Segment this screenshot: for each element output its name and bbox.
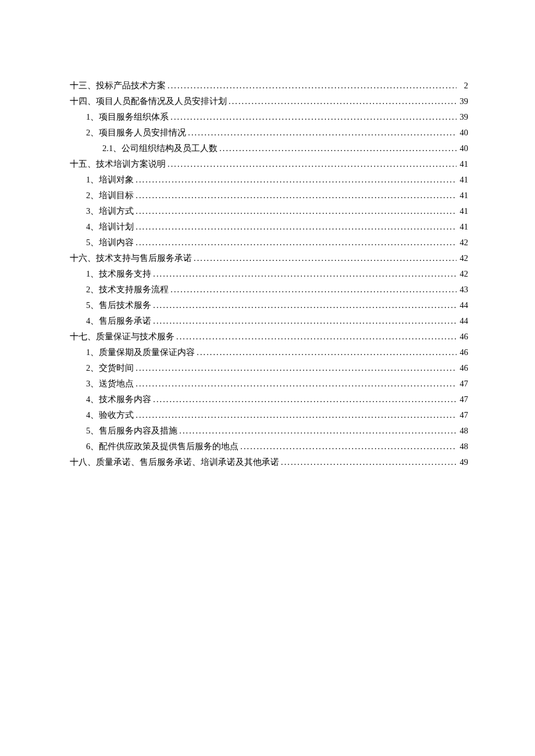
toc-entry[interactable]: 5、培训内容42 [70, 238, 468, 247]
toc-entry-page: 44 [456, 301, 468, 310]
toc-entry-title: 十五、技术培训方案说明 [70, 160, 166, 169]
toc-entry-page: 46 [456, 348, 468, 357]
toc-entry-title: 十三、投标产品技术方案 [70, 81, 166, 90]
toc-entry[interactable]: 6、配件供应政策及提供售后服务的地点48 [70, 442, 468, 451]
toc-dot-leader [134, 175, 456, 184]
toc-entry-page: 41 [456, 223, 468, 231]
toc-entry-page: 46 [456, 332, 468, 341]
toc-entry[interactable]: 十七、质量保证与技术服务46 [70, 332, 468, 341]
toc-entry[interactable]: 3、送货地点47 [70, 379, 468, 388]
toc-entry-title: 十八、质量承诺、售后服务承诺、培训承诺及其他承诺 [70, 458, 279, 467]
toc-entry[interactable]: 4、培训计划41 [70, 223, 468, 231]
toc-entry-page: 48 [456, 442, 468, 451]
toc-dot-leader [134, 238, 456, 247]
toc-entry-title: 2、项目服务人员安排情况 [86, 128, 186, 137]
toc-dot-leader [151, 301, 456, 310]
toc-entry[interactable]: 十五、技术培训方案说明41 [70, 160, 468, 169]
table-of-contents: 十三、投标产品技术方案2十四、项目人员配备情况及人员安排计划391、项目服务组织… [70, 81, 468, 467]
toc-entry-title: 2、技术支持服务流程 [86, 285, 169, 294]
toc-entry[interactable]: 1、质量保期及质量保证内容46 [70, 348, 468, 357]
toc-entry-page: 41 [456, 207, 468, 216]
toc-entry-page: 42 [456, 254, 468, 263]
toc-entry-title: 4、售后服务承诺 [86, 317, 151, 325]
toc-entry-page: 47 [456, 395, 468, 404]
toc-dot-leader [151, 395, 456, 404]
toc-dot-leader [134, 379, 456, 388]
toc-entry-title: 十六、技术支持与售后服务承诺 [70, 254, 192, 263]
toc-entry-title: 3、培训方式 [86, 207, 134, 216]
toc-dot-leader [151, 317, 456, 325]
toc-entry-title: 1、质量保期及质量保证内容 [86, 348, 195, 357]
toc-entry[interactable]: 2、交货时间46 [70, 364, 468, 372]
toc-entry[interactable]: 2、培训目标41 [70, 191, 468, 200]
toc-entry-page: 40 [456, 144, 468, 153]
toc-entry-page: 43 [456, 285, 468, 294]
toc-entry-title: 2、培训目标 [86, 191, 134, 200]
toc-dot-leader [169, 113, 456, 121]
toc-dot-leader [186, 128, 456, 137]
toc-entry-page: 49 [456, 458, 468, 467]
toc-dot-leader [134, 364, 456, 372]
toc-entry-page: 42 [456, 238, 468, 247]
toc-dot-leader [166, 81, 456, 90]
toc-dot-leader [134, 207, 456, 216]
toc-entry[interactable]: 十六、技术支持与售后服务承诺42 [70, 254, 468, 263]
toc-dot-leader [177, 427, 456, 435]
toc-entry-title: 4、技术服务内容 [86, 395, 151, 404]
toc-dot-leader [227, 97, 456, 106]
toc-entry[interactable]: 5、售后服务内容及措施48 [70, 427, 468, 435]
toc-entry-page: 39 [456, 113, 468, 121]
toc-entry[interactable]: 十四、项目人员配备情况及人员安排计划39 [70, 97, 468, 106]
toc-entry-title: 2、交货时间 [86, 364, 134, 372]
toc-entry-page: 41 [456, 175, 468, 184]
toc-entry[interactable]: 1、项目服务组织体系39 [70, 113, 468, 121]
toc-entry[interactable]: 4、技术服务内容47 [70, 395, 468, 404]
toc-dot-leader [169, 285, 456, 294]
toc-entry-page: 41 [456, 160, 468, 169]
toc-entry-page: 47 [456, 379, 468, 388]
toc-entry-title: 1、培训对象 [86, 175, 134, 184]
toc-entry-title: 1、项目服务组织体系 [86, 113, 169, 121]
toc-entry-page: 39 [456, 97, 468, 106]
toc-dot-leader [174, 332, 456, 341]
toc-entry-title: 十七、质量保证与技术服务 [70, 332, 174, 341]
toc-entry-title: 5、售后技术服务 [86, 301, 151, 310]
toc-entry[interactable]: 2、项目服务人员安排情况40 [70, 128, 468, 137]
toc-entry[interactable]: 5、售后技术服务44 [70, 301, 468, 310]
toc-entry-page: 42 [456, 270, 468, 278]
toc-entry-page: 40 [456, 128, 468, 137]
toc-dot-leader [134, 223, 456, 231]
toc-entry-title: 4、验收方式 [86, 411, 134, 420]
toc-dot-leader [134, 411, 456, 420]
toc-entry-page: 2 [456, 81, 468, 90]
toc-entry-page: 46 [456, 364, 468, 372]
toc-entry-title: 5、培训内容 [86, 238, 134, 247]
toc-entry-title: 5、售后服务内容及措施 [86, 427, 177, 435]
toc-dot-leader [238, 442, 456, 451]
toc-entry[interactable]: 3、培训方式41 [70, 207, 468, 216]
toc-dot-leader [134, 191, 456, 200]
toc-entry-page: 48 [456, 427, 468, 435]
toc-dot-leader [279, 458, 456, 467]
toc-entry[interactable]: 2.1、公司组织结构及员工人数40 [70, 144, 468, 153]
toc-entry[interactable]: 4、验收方式47 [70, 411, 468, 420]
toc-entry-title: 4、培训计划 [86, 223, 134, 231]
toc-entry-title: 1、技术服务支持 [86, 270, 151, 278]
toc-entry-title: 十四、项目人员配备情况及人员安排计划 [70, 97, 227, 106]
toc-entry[interactable]: 1、培训对象41 [70, 175, 468, 184]
toc-entry[interactable]: 1、技术服务支持42 [70, 270, 468, 278]
toc-entry[interactable]: 十八、质量承诺、售后服务承诺、培训承诺及其他承诺49 [70, 458, 468, 467]
toc-dot-leader [166, 160, 456, 169]
toc-entry-page: 47 [456, 411, 468, 420]
toc-dot-leader [192, 254, 456, 263]
toc-entry[interactable]: 4、售后服务承诺44 [70, 317, 468, 325]
toc-entry-title: 3、送货地点 [86, 379, 134, 388]
toc-entry-title: 6、配件供应政策及提供售后服务的地点 [86, 442, 238, 451]
toc-dot-leader [195, 348, 456, 357]
toc-entry[interactable]: 2、技术支持服务流程43 [70, 285, 468, 294]
toc-dot-leader [217, 144, 456, 153]
toc-dot-leader [151, 270, 456, 278]
toc-entry-page: 41 [456, 191, 468, 200]
toc-entry[interactable]: 十三、投标产品技术方案2 [70, 81, 468, 90]
toc-entry-title: 2.1、公司组织结构及员工人数 [102, 144, 217, 153]
